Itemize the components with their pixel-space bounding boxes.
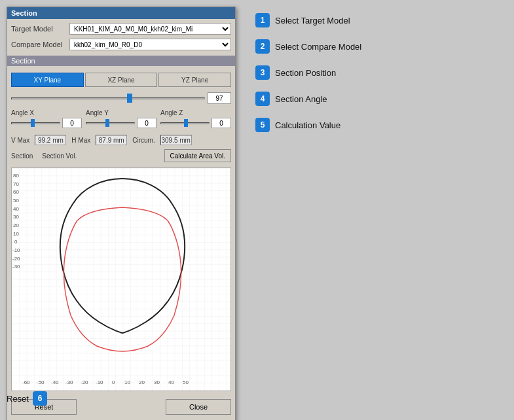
angle-z-thumb[interactable] — [184, 119, 188, 127]
callout-badge-4: 4 — [255, 92, 270, 106]
svg-rect-1 — [12, 168, 231, 391]
measurement-row: V Max 99.2 mm H Max 87.9 mm Circum. 309.… — [11, 135, 231, 145]
angle-x-value[interactable]: 0 — [62, 118, 82, 128]
reset-callout-label: Reset — [7, 394, 29, 404]
section-label: Section — [11, 152, 33, 160]
callout-4: 4 Section Angle — [255, 92, 361, 106]
callout-2: 2 Select Compare Model — [255, 39, 361, 54]
dialog-body: Target Model KKH01_KIM_A0_M0_M0_kkh02_ki… — [7, 19, 235, 420]
svg-text:80: 80 — [13, 173, 19, 179]
calculate-button[interactable]: Calculate Area Vol. — [164, 149, 232, 162]
tab-xz-plane[interactable]: XZ Plane — [85, 73, 158, 87]
svg-text:10: 10 — [124, 379, 130, 385]
callout-text-1: Select Target Model — [275, 16, 350, 26]
chart-svg: 80 70 60 50 40 30 20 10 0 -10 -20 -30 -6… — [12, 168, 231, 391]
callout-text-3: Section Position — [275, 68, 336, 78]
callout-1: 1 Select Target Model — [255, 13, 361, 27]
compare-model-select[interactable]: kkh02_kim_M0_R0_D0 — [69, 39, 231, 50]
angle-z-label: Angle Z — [160, 109, 183, 116]
target-model-label: Target Model — [11, 25, 67, 33]
angle-x-label: Angle X — [11, 109, 34, 116]
angle-y-label: Angle Y — [86, 109, 109, 116]
close-button[interactable]: Close — [166, 399, 231, 415]
callout-text-4: Section Angle — [275, 94, 327, 104]
circum-label: Circum. — [132, 137, 155, 144]
reset-callout-area: Reset 6 — [7, 391, 47, 406]
section-calc-row: Section Section Vol. Calculate Area Vol. — [11, 149, 231, 162]
angle-y-thumb[interactable] — [105, 119, 109, 127]
reset-callout-badge: 6 — [33, 391, 47, 406]
section-subheader: Section — [7, 56, 235, 66]
svg-text:-60: -60 — [22, 379, 30, 385]
angle-x-thumb[interactable] — [31, 119, 35, 127]
callout-text-2: Select Compare Model — [275, 42, 361, 52]
svg-text:-30: -30 — [65, 379, 73, 385]
position-slider-thumb[interactable] — [127, 94, 132, 103]
callout-text-5: Calculation Value — [275, 120, 340, 130]
dialog-titlebar: Section — [7, 7, 235, 19]
angle-z-slider-row: 0 — [160, 118, 231, 128]
svg-text:20: 20 — [13, 222, 19, 228]
dialog-panel: Section Target Model KKH01_KIM_A0_M0_M0_… — [7, 7, 236, 420]
angle-z-value[interactable]: 0 — [211, 118, 231, 128]
hmax-label: H Max — [71, 137, 90, 144]
angle-x-group: Angle X 0 — [11, 109, 82, 128]
svg-text:70: 70 — [13, 181, 19, 187]
angle-z-group: Angle Z 0 — [160, 109, 231, 128]
callout-badge-2: 2 — [255, 39, 270, 54]
svg-text:-10: -10 — [12, 247, 20, 253]
angle-y-slider-row: 0 — [86, 118, 156, 128]
svg-text:40: 40 — [168, 379, 174, 385]
plane-tabs: XY Plane XZ Plane YZ Plane — [11, 73, 231, 87]
position-value-box[interactable]: 97 — [208, 92, 231, 104]
svg-text:50: 50 — [183, 379, 189, 385]
callouts-panel: 1 Select Target Model 2 Select Compare M… — [255, 13, 361, 132]
vmax-value: 99.2 mm — [35, 135, 66, 145]
svg-text:50: 50 — [13, 198, 19, 203]
angle-y-group: Angle Y 0 — [86, 109, 156, 128]
svg-text:0: 0 — [112, 379, 115, 385]
callout-badge-3: 3 — [255, 65, 270, 80]
angle-x-slider-row: 0 — [11, 118, 82, 128]
svg-text:20: 20 — [139, 379, 145, 385]
compare-model-row: Compare Model kkh02_kim_M0_R0_D0 — [11, 39, 231, 50]
svg-text:60: 60 — [13, 189, 19, 195]
circum-value: 309.5 mm — [160, 135, 192, 145]
compare-model-label: Compare Model — [11, 41, 67, 48]
section-dialog: Section Target Model KKH01_KIM_A0_M0_M0_… — [7, 7, 236, 420]
section-vol-label: Section Vol. — [42, 152, 77, 160]
callout-5: 5 Calculation Value — [255, 118, 361, 132]
svg-text:-50: -50 — [37, 379, 45, 385]
svg-text:0: 0 — [14, 239, 18, 245]
tab-yz-plane[interactable]: YZ Plane — [158, 73, 231, 87]
position-slider-track — [11, 97, 205, 99]
callout-badge-5: 5 — [255, 118, 270, 132]
angle-section: Angle X 0 Angle Y — [11, 109, 231, 128]
angle-z-track — [160, 122, 210, 124]
svg-text:10: 10 — [13, 231, 19, 237]
angle-y-value[interactable]: 0 — [137, 118, 156, 128]
svg-text:30: 30 — [154, 379, 160, 385]
angle-x-track — [11, 122, 60, 124]
svg-text:-20: -20 — [81, 379, 88, 385]
svg-text:-40: -40 — [51, 379, 59, 385]
chart-container: 80 70 60 50 40 30 20 10 0 -10 -20 -30 -6… — [11, 167, 231, 391]
position-slider-row: 97 — [11, 92, 231, 104]
target-model-row: Target Model KKH01_KIM_A0_M0_M0_kkh02_ki… — [11, 23, 231, 35]
hmax-value: 87.9 mm — [96, 135, 127, 145]
callout-3: 3 Section Position — [255, 65, 361, 80]
callout-badge-1: 1 — [255, 13, 270, 27]
target-model-select[interactable]: KKH01_KIM_A0_M0_M0_kkh02_kim_Mi — [69, 23, 231, 35]
tab-xy-plane[interactable]: XY Plane — [11, 73, 84, 87]
angle-y-track — [86, 122, 135, 124]
svg-text:-20: -20 — [12, 256, 20, 262]
vmax-label: V Max — [11, 137, 29, 144]
svg-text:30: 30 — [13, 214, 19, 220]
svg-text:40: 40 — [13, 206, 19, 212]
svg-text:-10: -10 — [96, 379, 103, 385]
svg-text:-30: -30 — [12, 264, 20, 270]
dialog-title: Section — [11, 9, 37, 17]
position-slider-container — [11, 93, 205, 103]
